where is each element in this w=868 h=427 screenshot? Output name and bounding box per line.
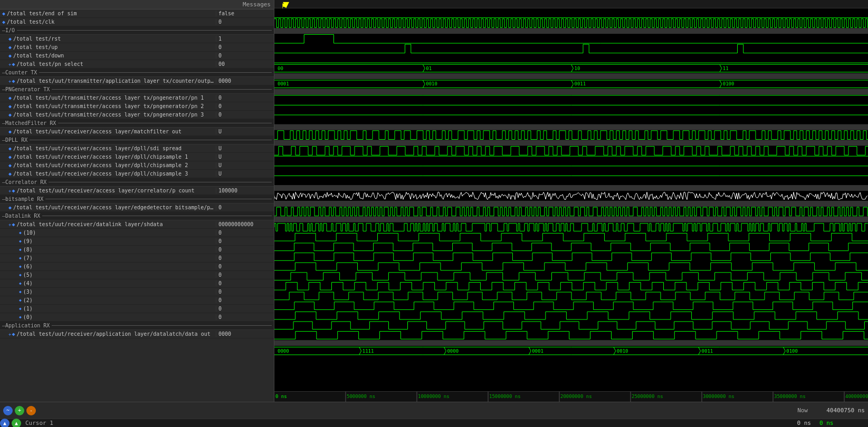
signal-value: U xyxy=(216,154,274,160)
signal-name: (4) xyxy=(23,280,216,286)
cursor-label: Cursor 1 xyxy=(21,420,58,426)
group-dash-right xyxy=(49,182,272,182)
signal-row-chipsample_3[interactable]: ◆ /total_test/uut/receiver/access_layer/… xyxy=(0,170,274,178)
signal-value: 0 xyxy=(216,247,274,253)
signal-row-matchedfilter_group[interactable]: — MatchedFilter RX xyxy=(0,119,274,128)
signal-row-shdata_6[interactable]: ◆ (6) 0 xyxy=(0,263,274,271)
signal-list[interactable]: ◆ /total_test/end_of_sim false ◆ /total_… xyxy=(0,9,274,402)
small-diamond-icon: ◆ xyxy=(19,264,22,269)
status-icon-wave[interactable]: ~ xyxy=(3,406,13,415)
signal-list-header: Messages xyxy=(0,0,274,9)
signal-row-bitsample_group[interactable]: — bitsample RX xyxy=(0,195,274,203)
signal-value: 0 xyxy=(216,264,274,269)
signal-row-shdata_5[interactable]: ◆ (5) 0 xyxy=(0,271,274,279)
signal-name: /total_test/uut/receiver/access_layer/ma… xyxy=(13,129,216,134)
signal-row-shdata_0[interactable]: ◆ (0) 0 xyxy=(0,313,274,322)
signal-value: 0 xyxy=(216,103,274,109)
signal-row-shdata_7[interactable]: ◆ (7) 0 xyxy=(0,254,274,263)
signal-row-datalink_group[interactable]: — Datalink RX xyxy=(0,212,274,220)
small-diamond-icon: ◆ xyxy=(19,239,22,244)
signal-row-shdata_10[interactable]: ◆ (10) 0 xyxy=(0,229,274,237)
signal-row-down[interactable]: ◆ /total_test/down 0 xyxy=(0,52,274,60)
signal-row-pn_2[interactable]: ◆ /total_test/uut/transmitter/access_lay… xyxy=(0,102,274,111)
signal-row-shdata[interactable]: +◆ /total_test/uut/receiver/datalink_lay… xyxy=(0,220,274,229)
signal-row-end_of_sim[interactable]: ◆ /total_test/end_of_sim false xyxy=(0,9,274,18)
signal-row-io_group[interactable]: — I/O xyxy=(0,26,274,35)
signal-value: 100000 xyxy=(216,188,274,193)
status-time-value: 40400750 ns xyxy=(812,407,865,414)
waveform-canvas-container[interactable] xyxy=(274,8,868,391)
group-dash-right xyxy=(52,325,272,326)
signal-row-pn_3[interactable]: ◆ /total_test/uut/transmitter/access_lay… xyxy=(0,111,274,119)
signal-row-pn_1[interactable]: ◆ /total_test/uut/transmitter/access_lay… xyxy=(0,94,274,102)
signal-name: (6) xyxy=(23,264,216,269)
status-icon-plus[interactable]: + xyxy=(15,406,24,415)
signal-value: U xyxy=(216,162,274,168)
signal-name: /total_test/uut/transmitter/access_layer… xyxy=(13,95,216,101)
signal-row-chipsample_2[interactable]: ◆ /total_test/uut/receiver/access_layer/… xyxy=(0,161,274,170)
signal-indent: ◆ /total_test/end_of_sim xyxy=(0,11,216,16)
group-dash-right xyxy=(17,30,272,31)
diamond-icon: ◆ xyxy=(8,154,12,160)
signal-name: (1) xyxy=(23,306,216,312)
signal-name: (2) xyxy=(23,297,216,303)
signal-row-shdata_8[interactable]: ◆ (8) 0 xyxy=(0,246,274,254)
group-dash-right xyxy=(42,216,272,216)
signal-row-shdata_1[interactable]: ◆ (1) 0 xyxy=(0,305,274,313)
signal-name: (9) xyxy=(23,238,216,244)
diamond-icon: ◆ xyxy=(8,53,12,59)
diamond-icon: ◆ xyxy=(8,171,12,177)
cursor-icon-2[interactable]: ▲ xyxy=(12,419,21,428)
diamond-icon: ◆ xyxy=(12,78,15,84)
signal-row-sdi_spread[interactable]: ◆ /total_test/uut/receiver/access_layer/… xyxy=(0,144,274,153)
diamond-icon: ◆ xyxy=(8,95,12,101)
signal-row-shdata_9[interactable]: ◆ (9) 0 xyxy=(0,237,274,246)
signal-value: 0000 xyxy=(216,78,274,84)
signal-indent: ◆ /total_test/down xyxy=(0,53,216,59)
signal-row-pn_select[interactable]: +◆ /total_test/pn_select 00 xyxy=(0,60,274,69)
signal-row-up[interactable]: ◆ /total_test/up 0 xyxy=(0,43,274,52)
signal-row-correlator_group[interactable]: — Correlator RX xyxy=(0,178,274,187)
small-diamond-icon: ◆ xyxy=(19,256,22,260)
timeline-canvas xyxy=(274,392,868,402)
signal-row-dpll_group[interactable]: — DPLL RX xyxy=(0,136,274,144)
signal-row-clk[interactable]: ◆ /total_test/clk 0 xyxy=(0,18,274,26)
status-icon-minus[interactable]: - xyxy=(26,406,36,415)
signal-row-matchfilter_out[interactable]: ◆ /total_test/uut/receiver/access_layer/… xyxy=(0,128,274,136)
signal-row-rst[interactable]: ◆ /total_test/rst 1 xyxy=(0,35,274,43)
signal-name: /total_test/pn_select xyxy=(16,61,216,67)
signal-value: 0 xyxy=(216,19,274,25)
signal-name: (10) xyxy=(23,230,216,236)
diamond-icon: ◆ xyxy=(8,44,12,50)
signal-row-pngenerator_tx_group[interactable]: — PNGenerator TX xyxy=(0,85,274,94)
signal-row-p_count[interactable]: +◆ /total_test/uut/receiver/access_layer… xyxy=(0,187,274,195)
signal-indent: +◆ /total_test/uut/receiver/application_… xyxy=(0,331,216,337)
signal-row-data_out[interactable]: +◆ /total_test/uut/receiver/application_… xyxy=(0,330,274,338)
expand-icon: + xyxy=(8,79,11,84)
cursor-icons: ▲ ▲ xyxy=(0,419,21,428)
signal-value: 0 xyxy=(216,272,274,278)
signal-row-application_rx_group[interactable]: — Application RX xyxy=(0,322,274,330)
signal-name: /total_test/uut/receiver/access_layer/co… xyxy=(16,188,216,193)
signal-indent: ◆ /total_test/uut/receiver/access_layer/… xyxy=(0,154,216,160)
small-diamond-icon: ◆ xyxy=(19,306,22,311)
signal-row-counter_output[interactable]: +◆ /total_test/uut/transmitter/applicati… xyxy=(0,77,274,85)
signal-indent: ◆ /total_test/uut/receiver/access_layer/… xyxy=(0,129,216,134)
group-label: I/O xyxy=(5,27,15,33)
signal-value: 0 xyxy=(216,297,274,303)
signal-name: /total_test/uut/receiver/access_layer/ed… xyxy=(13,205,216,210)
signal-row-shdata_2[interactable]: ◆ (2) 0 xyxy=(0,296,274,305)
cursor-icon-1[interactable]: ▲ xyxy=(0,419,9,428)
signal-value: 0 xyxy=(216,112,274,118)
signal-row-shdata_3[interactable]: ◆ (3) 0 xyxy=(0,288,274,296)
signal-indent: ◆ (4) xyxy=(0,280,216,286)
signal-name: (8) xyxy=(23,247,216,253)
signal-name: /total_test/end_of_sim xyxy=(7,11,216,16)
messages-label: Messages xyxy=(0,0,274,9)
signal-row-counter_tx_group[interactable]: — Counter TX xyxy=(0,69,274,77)
signal-row-bitsample_puls[interactable]: ◆ /total_test/uut/receiver/access_layer/… xyxy=(0,203,274,212)
signal-name: /total_test/uut/receiver/access_layer/dp… xyxy=(13,145,216,151)
signal-row-shdata_4[interactable]: ◆ (4) 0 xyxy=(0,279,274,288)
signal-row-chipsample_1[interactable]: ◆ /total_test/uut/receiver/access_layer/… xyxy=(0,153,274,161)
diamond-icon: ◆ xyxy=(2,19,5,25)
